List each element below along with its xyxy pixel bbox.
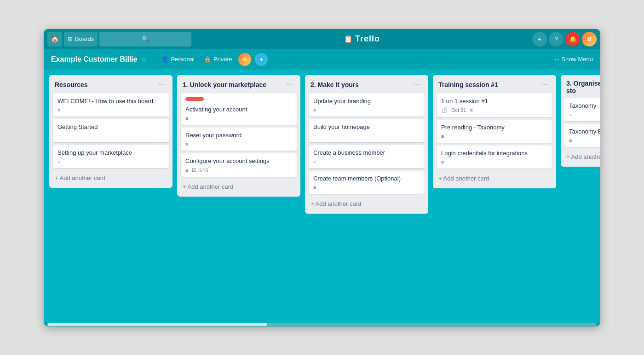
search-input[interactable]: 🔍: [99, 32, 191, 47]
desc-icon-t1: ≡: [470, 107, 472, 113]
list-resources-menu[interactable]: ···: [155, 80, 167, 90]
scrollbar-thumb: [47, 323, 267, 326]
add-card-training-label: + Add another card: [438, 175, 489, 182]
top-navigation: 🏠 ⊞ Boards 🔍 📋 Trello + ? 🔔 B: [44, 29, 600, 49]
card-u2[interactable]: Reset your password ≡: [181, 128, 297, 151]
card-m2-meta: ≡: [313, 133, 420, 139]
desc-icon-u2: ≡: [185, 141, 188, 147]
home-button[interactable]: 🏠: [47, 32, 62, 47]
card-u3-title: Configure your account settings: [185, 157, 292, 165]
add-card-training[interactable]: + Add another card: [437, 172, 552, 185]
card-r3-title: Setting up your marketplace: [58, 149, 164, 157]
member-avatar-2[interactable]: +: [255, 53, 268, 66]
card-m4[interactable]: Create team members (Optional) ≡: [309, 171, 425, 194]
nav-right: + ? 🔔 B: [532, 32, 597, 47]
plus-icon: +: [538, 35, 541, 43]
list-unlock-title: 1. Unlock your marketplace: [183, 81, 266, 88]
desc-icon-m2: ≡: [313, 133, 316, 139]
list-unlock-menu[interactable]: ···: [283, 80, 295, 90]
help-button[interactable]: ?: [549, 32, 564, 47]
list-training-menu[interactable]: ···: [539, 80, 551, 90]
header-divider: [153, 55, 153, 64]
desc-icon-t2: ≡: [441, 134, 444, 139]
card-u3[interactable]: Configure your account settings ≡ ☑ 0/15: [181, 153, 297, 177]
desc-icon-m3: ≡: [313, 159, 316, 164]
add-card-resources-label: + Add another card: [55, 175, 105, 181]
info-icon: ?: [554, 35, 558, 43]
card-o1-meta: ≡: [569, 112, 600, 117]
boards-icon: ⊞: [68, 35, 73, 42]
list-resources: Resources ··· WELCOME! - How to use this…: [49, 75, 172, 188]
app-title: Trello: [355, 34, 380, 44]
add-card-unlock-label: + Add another card: [183, 183, 233, 190]
desc-icon-r3: ≡: [58, 159, 60, 164]
card-t3[interactable]: Login credentials for integrations ≡: [437, 145, 552, 169]
card-t1[interactable]: 1 on 1 session #1 🕐 Oct 31 ≡: [437, 93, 552, 117]
add-card-unlock[interactable]: + Add another card: [181, 180, 297, 193]
card-o1-title: Taxonomy: [569, 102, 600, 110]
trello-logo: 📋 Trello: [193, 34, 530, 44]
boards-button[interactable]: ⊞ Boards: [64, 32, 98, 47]
privacy-tag[interactable]: 🔒 Private: [201, 54, 235, 64]
card-t1-date: Oct 31: [451, 107, 466, 113]
card-m2[interactable]: Build your homepage ≡: [309, 119, 425, 142]
list-make-it-yours: 2. Make it yours ··· Update your brandin…: [305, 75, 428, 214]
card-r2[interactable]: Getting Started ≡: [53, 119, 169, 142]
clock-icon-t1: 🕐: [441, 107, 448, 113]
member-avatar-1[interactable]: B: [238, 53, 251, 66]
add-card-make-it-yours-label: + Add another card: [310, 200, 361, 207]
board-content: Resources ··· WELCOME! - How to use this…: [44, 70, 600, 323]
checklist-icon-u3: ☑: [192, 167, 196, 173]
desc-icon-r1: ≡: [58, 107, 60, 113]
board-title[interactable]: Example Customer Billie: [51, 55, 138, 64]
desc-icon-o1: ≡: [569, 112, 572, 117]
card-r3[interactable]: Setting up your marketplace ≡: [53, 145, 169, 168]
card-o2-title: Taxonomy Buckets: [569, 128, 600, 136]
card-m3-meta: ≡: [313, 159, 420, 164]
visibility-tag[interactable]: 👤 Personal: [159, 54, 197, 64]
card-m1[interactable]: Update your branding ≡: [309, 93, 425, 116]
card-o1[interactable]: Taxonomy ≡: [564, 98, 600, 121]
boards-label: Boards: [75, 35, 94, 42]
scrollbar[interactable]: [44, 323, 600, 326]
add-card-resources[interactable]: + Add another card: [53, 172, 169, 184]
card-r2-meta: ≡: [58, 133, 164, 139]
list-organise-title: 3. Organise your sto: [566, 80, 600, 94]
star-icon[interactable]: ☆: [141, 56, 147, 63]
list-resources-title: Resources: [55, 81, 88, 88]
card-u2-title: Reset your password: [185, 131, 292, 140]
card-t2-title: Pre reading - Taxonomy: [441, 123, 548, 132]
card-r2-title: Getting Started: [58, 123, 164, 131]
add-button[interactable]: +: [532, 32, 547, 47]
list-training-header: Training session #1 ···: [437, 79, 552, 93]
privacy-label: Private: [213, 56, 232, 63]
card-u1[interactable]: Activating your account ≡: [181, 93, 297, 125]
add-card-make-it-yours[interactable]: + Add another card: [309, 198, 425, 210]
card-u2-meta: ≡: [185, 141, 292, 147]
list-make-it-yours-menu[interactable]: ···: [411, 80, 423, 90]
card-t1-title: 1 on 1 session #1: [441, 97, 548, 105]
card-o2[interactable]: Taxonomy Buckets ≡: [564, 124, 600, 147]
add-card-organise-label: + Add another card: [566, 153, 600, 160]
desc-icon-u1: ≡: [185, 116, 188, 121]
list-organise: 3. Organise your sto ··· Taxonomy ≡ Taxo…: [561, 75, 600, 167]
list-training: Training session #1 ··· 1 on 1 session #…: [433, 75, 556, 189]
desc-icon-m1: ≡: [313, 107, 316, 113]
card-m4-meta: ≡: [313, 185, 420, 190]
desc-icon-o2: ≡: [569, 138, 572, 143]
card-t2[interactable]: Pre reading - Taxonomy ≡: [437, 120, 552, 143]
visibility-label: Personal: [171, 56, 195, 63]
desc-icon-t3: ≡: [441, 159, 444, 165]
card-t3-meta: ≡: [441, 159, 548, 165]
card-m1-meta: ≡: [313, 107, 420, 113]
desc-icon-u3: ≡: [185, 168, 188, 173]
list-training-title: Training session #1: [438, 81, 498, 88]
add-card-organise[interactable]: + Add another card: [564, 151, 600, 163]
card-m3[interactable]: Create a business member ≡: [309, 145, 425, 168]
notification-button[interactable]: 🔔: [565, 32, 580, 47]
show-menu-button[interactable]: ··· Show Menu: [555, 56, 593, 63]
list-organise-header: 3. Organise your sto ···: [564, 79, 600, 98]
card-t2-meta: ≡: [441, 134, 548, 139]
user-avatar[interactable]: B: [582, 32, 597, 47]
card-r1[interactable]: WELCOME! - How to use this board ≡: [53, 93, 169, 116]
